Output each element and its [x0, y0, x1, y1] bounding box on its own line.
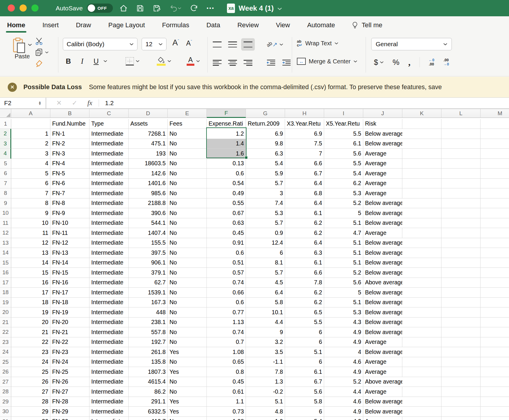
cell-F28[interactable]: 0.61	[207, 387, 246, 397]
cell-D5[interactable]: 18603.5	[129, 159, 168, 169]
cell-L20[interactable]	[441, 307, 481, 318]
cell-F6[interactable]: 0.6	[207, 169, 246, 179]
cell-A22[interactable]: 21	[11, 327, 50, 337]
cell-C12[interactable]: Intermediate	[89, 228, 129, 238]
column-header-J[interactable]: J	[363, 109, 402, 118]
cell-F4[interactable]: 1.6	[207, 149, 246, 159]
cell-F8[interactable]: 0.49	[207, 188, 246, 198]
cell-E11[interactable]: No	[168, 218, 207, 228]
cell-F17[interactable]: 0.74	[207, 278, 246, 288]
cell-F19[interactable]: 0.6	[207, 298, 246, 308]
cell-A6[interactable]: 5	[11, 169, 50, 179]
cell-F14[interactable]: 0.6	[207, 248, 246, 258]
cell-F22[interactable]: 0.74	[207, 327, 246, 337]
cell-J16[interactable]: Below average	[363, 268, 402, 278]
cell-B26[interactable]: FN-25	[50, 367, 89, 377]
cell-F3[interactable]: 1.4	[207, 139, 246, 149]
cell-K5[interactable]	[402, 159, 441, 169]
cell-D1[interactable]: Assets	[129, 119, 168, 129]
cell-G23[interactable]: 3.2	[246, 337, 285, 347]
paste-button[interactable]: Paste	[6, 38, 39, 60]
cell-L19[interactable]	[441, 298, 481, 308]
cell-A15[interactable]: 14	[11, 258, 50, 268]
decrease-indent-button[interactable]	[267, 59, 276, 67]
cell-I4[interactable]: 5.6	[324, 149, 363, 159]
cell-L25[interactable]	[441, 357, 481, 367]
cell-G18[interactable]: 6.4	[246, 288, 285, 298]
cell-B11[interactable]: FN-10	[50, 218, 89, 228]
cell-L3[interactable]	[441, 139, 481, 149]
cell-E27[interactable]: No	[168, 377, 207, 387]
cell-A17[interactable]: 16	[11, 278, 50, 288]
cell-C14[interactable]: Intermediate	[89, 248, 129, 258]
cell-D7[interactable]: 1401.6	[129, 179, 168, 189]
cell-D3[interactable]: 475.1	[129, 139, 168, 149]
cell-H16[interactable]: 6.6	[285, 268, 324, 278]
cell-E21[interactable]: No	[168, 318, 207, 328]
cell-M7[interactable]	[481, 179, 509, 189]
cell-A24[interactable]: 23	[11, 347, 50, 357]
cell-B13[interactable]: FN-12	[50, 238, 89, 248]
align-top-button[interactable]	[213, 41, 222, 48]
cell-H29[interactable]: 5.8	[285, 397, 324, 407]
cell-C10[interactable]: Intermediate	[89, 208, 129, 218]
cell-G6[interactable]: 5.9	[246, 169, 285, 179]
cell-J15[interactable]: Below average	[363, 258, 402, 268]
cell-J8[interactable]: Average	[363, 188, 402, 198]
cell-J18[interactable]: Below average	[363, 288, 402, 298]
cell-L22[interactable]	[441, 327, 481, 337]
cell-B14[interactable]: FN-13	[50, 248, 89, 258]
cell-L2[interactable]	[441, 129, 481, 139]
cell-J12[interactable]: Average	[363, 228, 402, 238]
cell-A19[interactable]: 18	[11, 298, 50, 308]
tab-automate[interactable]: Automate	[307, 16, 335, 34]
cell-H5[interactable]: 6.6	[285, 159, 324, 169]
cell-L11[interactable]	[441, 218, 481, 228]
cell-E5[interactable]: No	[168, 159, 207, 169]
tab-data[interactable]: Data	[207, 16, 220, 34]
cell-D22[interactable]: 557.8	[129, 327, 168, 337]
comma-style-button[interactable]: ,	[408, 60, 411, 65]
cell-L31[interactable]	[441, 417, 481, 420]
cell-J22[interactable]: Below average	[363, 327, 402, 337]
row-header-18[interactable]: 18	[0, 288, 11, 298]
cell-G13[interactable]: 12.4	[246, 238, 285, 248]
cell-E19[interactable]: No	[168, 298, 207, 308]
cell-C17[interactable]: Intermediate	[89, 278, 129, 288]
save-icon[interactable]	[136, 4, 145, 13]
cell-I19[interactable]: 5.1	[324, 298, 363, 308]
tab-draw[interactable]: Draw	[76, 16, 91, 34]
cell-C9[interactable]: Intermediate	[89, 198, 129, 209]
cell-M26[interactable]	[481, 367, 509, 377]
cell-I5[interactable]: 5.5	[324, 159, 363, 169]
cell-L8[interactable]	[441, 188, 481, 198]
cell-C26[interactable]: Intermediate	[89, 367, 129, 377]
cell-L18[interactable]	[441, 288, 481, 298]
minimize-window-button[interactable]	[20, 4, 27, 12]
cell-C25[interactable]: Intermediate	[89, 357, 129, 367]
cell-A16[interactable]: 15	[11, 268, 50, 278]
cut-button[interactable]	[35, 37, 43, 45]
cell-B17[interactable]: FN-16	[50, 278, 89, 288]
cell-J3[interactable]: Below average	[363, 139, 402, 149]
row-header-5[interactable]: 5	[0, 159, 11, 169]
cell-G14[interactable]: 6	[246, 248, 285, 258]
cell-H17[interactable]: 7.8	[285, 278, 324, 288]
cell-J24[interactable]: Below average	[363, 347, 402, 357]
cell-D21[interactable]: 238.1	[129, 318, 168, 328]
cell-C31[interactable]: Intermediate	[89, 417, 129, 420]
cell-K19[interactable]	[402, 298, 441, 308]
cell-M23[interactable]	[481, 337, 509, 347]
cell-J9[interactable]: Below average	[363, 198, 402, 209]
cell-E15[interactable]: No	[168, 258, 207, 268]
underline-button[interactable]: U	[94, 57, 99, 65]
cell-A21[interactable]: 20	[11, 318, 50, 328]
cell-K11[interactable]	[402, 218, 441, 228]
cell-E26[interactable]: Yes	[168, 367, 207, 377]
enter-entry-icon[interactable]: ✓	[72, 99, 77, 107]
cell-F15[interactable]: 0.51	[207, 258, 246, 268]
cell-E22[interactable]: No	[168, 327, 207, 337]
cell-K4[interactable]	[402, 149, 441, 159]
cell-B20[interactable]: FN-19	[50, 307, 89, 318]
cell-C7[interactable]: Intermediate	[89, 179, 129, 189]
